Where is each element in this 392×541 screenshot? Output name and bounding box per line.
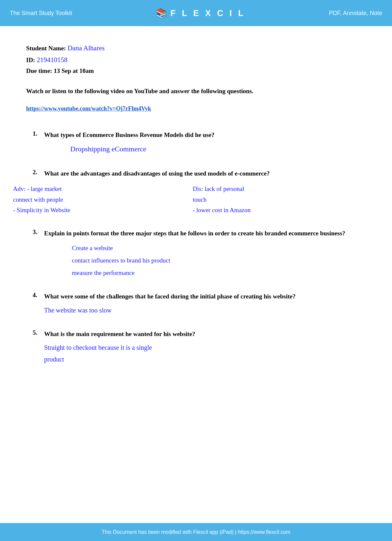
student-due-value: 13 Sep at 10am (54, 67, 94, 74)
question-1-text: What types of Ecommerce Business Revenue… (44, 130, 366, 140)
question-2-body: What are the advantages and disadvantage… (44, 169, 366, 181)
question-5: 5. What is the main requirement he wante… (33, 329, 366, 365)
question-2-answer: Adv: - large market connect with people … (13, 184, 366, 215)
question-3-answer-2: contact influencers to brand his product (72, 255, 366, 266)
question-2: 2. What are the advantages and disadvant… (33, 169, 366, 215)
question-4-number: 4. (33, 292, 42, 316)
adv-text: Adv: - large market connect with people … (13, 185, 70, 213)
question-2-adv-row: Adv: - large market connect with people … (13, 184, 366, 215)
question-5-row: 5. What is the main requirement he wante… (33, 329, 366, 365)
question-1-row: 1. What types of Ecommerce Business Reve… (33, 130, 366, 156)
instructions-text: Watch or listen to the following video o… (26, 86, 366, 96)
question-4-answer: The website was too slow (44, 304, 366, 316)
question-5-number: 5. (33, 329, 42, 365)
dis-text: Dis: lack of personal touch - lower cost… (193, 185, 251, 213)
question-2-text: What are the advantages and disadvantage… (44, 169, 366, 178)
question-3-answers: Create a website contact influencers to … (72, 243, 366, 279)
question-3: 3. Explain in points format the three ma… (33, 228, 366, 279)
question-2-advantages: Adv: - large market connect with people … (13, 184, 186, 215)
question-3-body: Explain in points format the three major… (44, 228, 366, 241)
student-id-value: 219410158 (37, 56, 68, 64)
youtube-link[interactable]: https://www.youtube.com/watch?v=Oj7rFhn4… (26, 105, 151, 112)
logo-icon: 📚 (156, 8, 167, 19)
question-2-disadvantages: Dis: lack of personal touch - lower cost… (193, 184, 366, 215)
question-1-number: 1. (33, 130, 42, 156)
app-footer: This Document has been modified with Fle… (0, 523, 392, 541)
youtube-link-section[interactable]: https://www.youtube.com/watch?v=Oj7rFhn4… (26, 105, 366, 112)
header-subtitle: PDF, Annotate, Note (329, 10, 382, 17)
question-3-text: Explain in points format the three major… (44, 228, 366, 238)
question-1-answer: Dropshipping eCommerce (70, 143, 366, 156)
question-5-body: What is the main requirement he wanted f… (44, 329, 366, 365)
student-info-section: Student Name: Dana Alhares ID: 219410158… (26, 42, 366, 76)
app-header: The Smart Study Toolkit 📚 F L E X C I L … (0, 0, 392, 26)
question-5-text: What is the main requirement he wanted f… (44, 329, 366, 339)
question-3-number: 3. (33, 228, 42, 241)
question-1-body: What types of Ecommerce Business Revenue… (44, 130, 366, 156)
student-name-value: Dana Alhares (68, 44, 105, 52)
question-1: 1. What types of Ecommerce Business Reve… (33, 130, 366, 156)
question-4-text: What were some of the challenges that he… (44, 292, 366, 301)
student-due-label: Due time: (26, 67, 52, 74)
question-4-row: 4. What were some of the challenges that… (33, 292, 366, 316)
question-4: 4. What were some of the challenges that… (33, 292, 366, 316)
student-id-label: ID: (26, 57, 35, 63)
question-3-answer-1: Create a website (72, 243, 366, 254)
student-name-label: Student Name: (26, 45, 66, 52)
question-2-number: 2. (33, 169, 42, 181)
question-4-body: What were some of the challenges that he… (44, 292, 366, 316)
header-logo: 📚 F L E X C I L (156, 8, 245, 19)
student-id-row: ID: 219410158 (26, 54, 366, 66)
logo-text: F L E X C I L (171, 8, 245, 18)
footer-text: This Document has been modified with Fle… (102, 529, 290, 535)
student-due-row: Due time: 13 Sep at 10am (26, 66, 366, 76)
questions-section: 1. What types of Ecommerce Business Reve… (33, 130, 366, 365)
student-name-row: Student Name: Dana Alhares (26, 42, 366, 54)
question-2-row: 2. What are the advantages and disadvant… (33, 169, 366, 181)
header-tagline: The Smart Study Toolkit (10, 10, 72, 17)
instructions-section: Watch or listen to the following video o… (26, 86, 366, 96)
question-5-answer: Straight to checkout because it is a sin… (44, 342, 366, 365)
main-content: Student Name: Dana Alhares ID: 219410158… (0, 26, 392, 411)
question-3-row: 3. Explain in points format the three ma… (33, 228, 366, 241)
question-3-answer-3: measure the performance (72, 267, 366, 279)
